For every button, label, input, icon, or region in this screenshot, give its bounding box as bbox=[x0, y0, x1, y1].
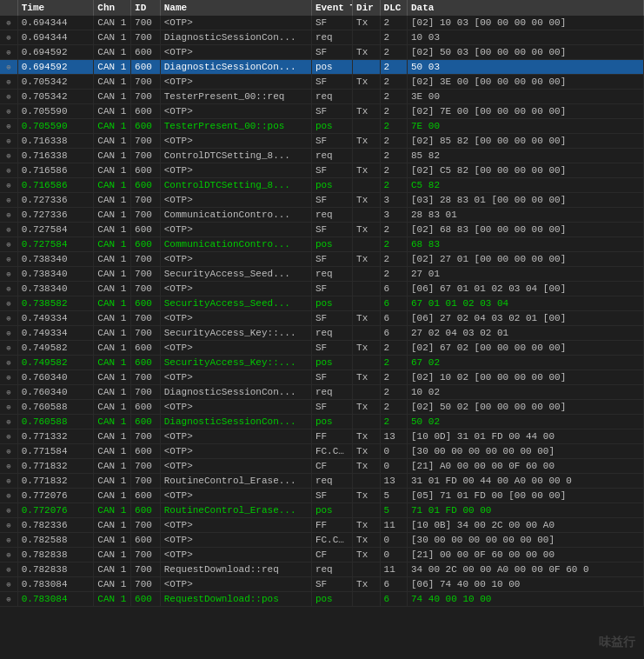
table-row[interactable]: ⊕0.782336CAN 1700<OTP>FFTx11[10 0B] 34 0… bbox=[0, 518, 644, 533]
id-cell: 700 bbox=[131, 16, 161, 30]
table-row[interactable]: ⊕0.760588CAN 1600DiagnosticSessionCon...… bbox=[0, 415, 644, 429]
chn-cell: CAN 1 bbox=[94, 459, 131, 474]
data-cell: 67 01 01 02 03 04 bbox=[408, 296, 644, 311]
table-row[interactable]: ⊕0.705342CAN 1700TesterPresent_00::reqre… bbox=[0, 90, 644, 104]
table-row[interactable]: ⊕0.716586CAN 1600<OTP>SFTx2[02] C5 82 [0… bbox=[0, 163, 644, 178]
dlc-cell: 2 bbox=[380, 149, 407, 163]
table-row[interactable]: ⊕0.738340CAN 1700<OTP>SF6[06] 67 01 01 0… bbox=[0, 282, 644, 296]
data-cell: [02] 7E 00 [00 00 00 00 00] bbox=[408, 104, 644, 119]
table-row[interactable]: ⊕0.727336CAN 1700<OTP>SFTx3[03] 28 83 01… bbox=[0, 193, 644, 208]
name-cell: <OTP> bbox=[160, 16, 311, 30]
table-row[interactable]: ⊕0.783084CAN 1700<OTP>SFTx6[06] 74 40 00… bbox=[0, 577, 644, 592]
dlc-cell: 0 bbox=[380, 533, 407, 548]
expand-icon: ⊕ bbox=[0, 356, 17, 370]
table-row[interactable]: ⊕0.749334CAN 1700<OTP>SFTx6[06] 27 02 04… bbox=[0, 311, 644, 326]
data-cell: 10 03 bbox=[408, 30, 644, 45]
dir-cell bbox=[353, 237, 380, 252]
dlc-cell: 2 bbox=[380, 385, 407, 400]
table-row[interactable]: ⊕0.694344CAN 1700<OTP>SFTx2[02] 10 03 [0… bbox=[0, 16, 644, 30]
data-cell: [02] 50 03 [00 00 00 00 00] bbox=[408, 45, 644, 60]
data-cell: 28 83 01 bbox=[408, 208, 644, 223]
chn-cell: CAN 1 bbox=[94, 296, 131, 311]
event-cell: SF bbox=[311, 45, 352, 60]
table-row[interactable]: ⊕0.782588CAN 1600<OTP>FC.CTSTx0[30 00 00… bbox=[0, 533, 644, 548]
table-row[interactable]: ⊕0.749582CAN 1600SecurityAccess_Key::...… bbox=[0, 356, 644, 370]
table-row[interactable]: ⊕0.782838CAN 1700RequestDownload::reqreq… bbox=[0, 562, 644, 577]
table-row[interactable]: ⊕0.760588CAN 1600<OTP>SFTx2[02] 50 02 [0… bbox=[0, 400, 644, 415]
expand-icon: ⊕ bbox=[0, 444, 17, 459]
table-row[interactable]: ⊕0.782838CAN 1700<OTP>CFTx0[21] 00 00 0F… bbox=[0, 548, 644, 562]
dir-cell: Tx bbox=[353, 370, 380, 385]
dir-cell bbox=[353, 282, 380, 296]
expand-icon: ⊕ bbox=[0, 193, 17, 208]
id-cell: 600 bbox=[131, 503, 161, 518]
table-row[interactable]: ⊕0.771332CAN 1700<OTP>FFTx13[10 0D] 31 0… bbox=[0, 429, 644, 444]
chn-cell: CAN 1 bbox=[94, 237, 131, 252]
expand-icon: ⊕ bbox=[0, 518, 17, 533]
id-cell: 700 bbox=[131, 577, 161, 592]
table-row[interactable]: ⊕0.749334CAN 1700SecurityAccess_Key::...… bbox=[0, 326, 644, 341]
event-cell: pos bbox=[311, 296, 352, 311]
table-row[interactable]: ⊕0.727584CAN 1600<OTP>SFTx2[02] 68 83 [0… bbox=[0, 223, 644, 237]
table-row[interactable]: ⊕0.694592CAN 1600DiagnosticSessionCon...… bbox=[0, 60, 644, 75]
table-row[interactable]: ⊕0.771584CAN 1600<OTP>FC.CTSTx0[30 00 00… bbox=[0, 444, 644, 459]
dir-cell: Tx bbox=[353, 252, 380, 267]
table-row[interactable]: ⊕0.716338CAN 1700ControlDTCSetting_8...r… bbox=[0, 149, 644, 163]
table-row[interactable]: ⊕0.727336CAN 1700CommunicationContro...r… bbox=[0, 208, 644, 223]
table-row[interactable]: ⊕0.694344CAN 1700DiagnosticSessionCon...… bbox=[0, 30, 644, 45]
table-row[interactable]: ⊕0.772076CAN 1600RoutineControl_Erase...… bbox=[0, 503, 644, 518]
event-cell: SF bbox=[311, 489, 352, 503]
table-row[interactable]: ⊕0.716586CAN 1600ControlDTCSetting_8...p… bbox=[0, 178, 644, 193]
expand-icon: ⊕ bbox=[0, 252, 17, 267]
table-row[interactable]: ⊕0.749582CAN 1600<OTP>SFTx2[02] 67 02 [0… bbox=[0, 341, 644, 356]
chn-cell: CAN 1 bbox=[94, 592, 131, 607]
data-cell: [02] C5 82 [00 00 00 00 00] bbox=[408, 163, 644, 178]
table-row[interactable]: ⊕0.738340CAN 1700<OTP>SFTx2[02] 27 01 [0… bbox=[0, 252, 644, 267]
event-cell: SF bbox=[311, 400, 352, 415]
table-row[interactable]: ⊕0.727584CAN 1600CommunicationContro...p… bbox=[0, 237, 644, 252]
time-cell: 0.705590 bbox=[17, 104, 94, 119]
id-cell: 700 bbox=[131, 474, 161, 489]
table-row[interactable]: ⊕0.760340CAN 1700<OTP>SFTx2[02] 10 02 [0… bbox=[0, 370, 644, 385]
table-row[interactable]: ⊕0.705342CAN 1700<OTP>SFTx2[02] 3E 00 [0… bbox=[0, 75, 644, 90]
dlc-cell: 6 bbox=[380, 592, 407, 607]
chn-cell: CAN 1 bbox=[94, 474, 131, 489]
id-cell: 700 bbox=[131, 518, 161, 533]
chn-cell: CAN 1 bbox=[94, 400, 131, 415]
expand-icon: ⊕ bbox=[0, 149, 17, 163]
time-cell: 0.772076 bbox=[17, 489, 94, 503]
table-row[interactable]: ⊕0.783084CAN 1600RequestDownload::pospos… bbox=[0, 592, 644, 607]
dir-cell: Tx bbox=[353, 193, 380, 208]
dlc-cell: 2 bbox=[380, 90, 407, 104]
event-cell: SF bbox=[311, 252, 352, 267]
dlc-cell: 5 bbox=[380, 489, 407, 503]
table-row[interactable]: ⊕0.705590CAN 1600TesterPresent_00::pospo… bbox=[0, 119, 644, 134]
data-cell: C5 82 bbox=[408, 178, 644, 193]
dlc-cell: 6 bbox=[380, 296, 407, 311]
id-cell: 600 bbox=[131, 237, 161, 252]
table-row[interactable]: ⊕0.771832CAN 1700<OTP>CFTx0[21] A0 00 00… bbox=[0, 459, 644, 474]
data-cell: [10 0B] 34 00 2C 00 00 A0 bbox=[408, 518, 644, 533]
chn-cell: CAN 1 bbox=[94, 178, 131, 193]
table-row[interactable]: ⊕0.772076CAN 1600<OTP>SFTx5[05] 71 01 FD… bbox=[0, 489, 644, 503]
time-cell: 0.782588 bbox=[17, 533, 94, 548]
table-row[interactable]: ⊕0.738340CAN 1700SecurityAccess_Seed...r… bbox=[0, 267, 644, 282]
dir-cell: Tx bbox=[353, 16, 380, 30]
data-cell: [02] 10 02 [00 00 00 00 00] bbox=[408, 370, 644, 385]
id-cell: 700 bbox=[131, 429, 161, 444]
event-cell: SF bbox=[311, 193, 352, 208]
table-row[interactable]: ⊕0.738582CAN 1600SecurityAccess_Seed...p… bbox=[0, 296, 644, 311]
table-row[interactable]: ⊕0.771832CAN 1700RoutineControl_Erase...… bbox=[0, 474, 644, 489]
data-cell: [30 00 00 00 00 00 00 00] bbox=[408, 444, 644, 459]
time-cell: 0.716338 bbox=[17, 149, 94, 163]
table-row[interactable]: ⊕0.705590CAN 1600<OTP>SFTx2[02] 7E 00 [0… bbox=[0, 104, 644, 119]
data-cell: [02] 85 82 [00 00 00 00 00] bbox=[408, 134, 644, 149]
event-cell: req bbox=[311, 30, 352, 45]
data-cell: 31 01 FD 00 44 00 A0 00 00 0 bbox=[408, 474, 644, 489]
chn-cell: CAN 1 bbox=[94, 267, 131, 282]
time-cell: 0.716586 bbox=[17, 163, 94, 178]
table-row[interactable]: ⊕0.694592CAN 1600<OTP>SFTx2[02] 50 03 [0… bbox=[0, 45, 644, 60]
table-row[interactable]: ⊕0.760340CAN 1700DiagnosticSessionCon...… bbox=[0, 385, 644, 400]
dir-cell: Tx bbox=[353, 400, 380, 415]
table-row[interactable]: ⊕0.716338CAN 1700<OTP>SFTx2[02] 85 82 [0… bbox=[0, 134, 644, 149]
